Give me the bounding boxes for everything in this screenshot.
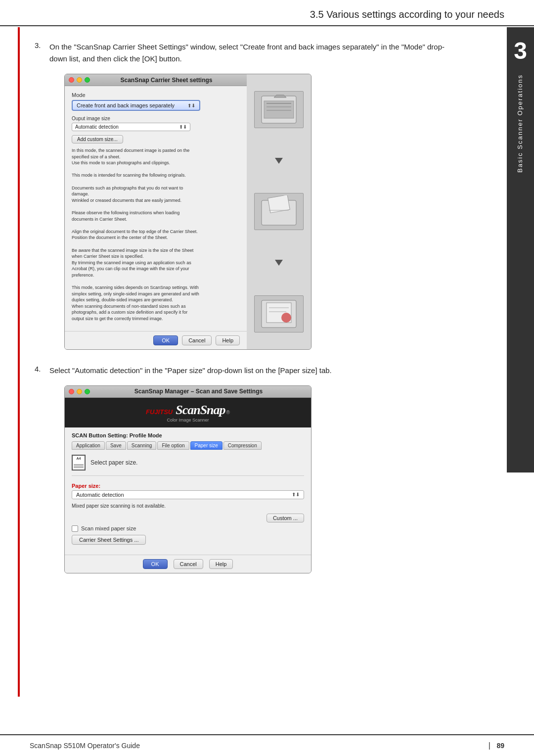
traffic-lights bbox=[69, 77, 90, 83]
step-4-text: Select "Automatic detection" in the "Pap… bbox=[49, 365, 450, 377]
scanner-svg-3 bbox=[259, 298, 299, 330]
step-3-number: 3. bbox=[35, 41, 49, 350]
dialog1-main: ScanSnap Carrier Sheet settings Mode Cre… bbox=[65, 74, 247, 349]
profile-mode-label: SCAN Button Setting: Profile Mode bbox=[72, 432, 304, 438]
dialog1-titlebar: ScanSnap Carrier Sheet settings bbox=[65, 74, 247, 86]
dialog2-body: SCAN Button Setting: Profile Mode Applic… bbox=[65, 427, 311, 555]
scansnap-logo-area: FUJITSU ScanSnap ® Color Image Scanner bbox=[65, 398, 311, 427]
paper-size-dropdown-arrow-icon: ⬆⬇ bbox=[292, 492, 300, 497]
dialog2-help-button[interactable]: Help bbox=[209, 559, 233, 569]
a4-line-2 bbox=[74, 466, 84, 467]
scanner-illustration-3 bbox=[254, 295, 304, 332]
maximize-button-icon[interactable] bbox=[85, 77, 90, 83]
checkbox-label: Scan mixed paper size bbox=[81, 525, 136, 531]
dialog1-ok-button[interactable]: OK bbox=[153, 335, 178, 345]
svg-point-11 bbox=[281, 313, 291, 323]
paper-size-dropdown[interactable]: Automatic detection ⬆⬇ bbox=[72, 490, 304, 499]
output-dropdown-arrow-icon: ⬆⬇ bbox=[179, 124, 187, 130]
dialog1-images-panel bbox=[247, 74, 311, 349]
dialog2-buttons: OK Cancel Help bbox=[65, 555, 311, 573]
dialog-scansnap-manager: ScanSnap Manager – Scan and Save Setting… bbox=[64, 385, 312, 573]
mode-dropdown-value: Create front and back images separately bbox=[77, 102, 175, 108]
dialog1-help-button[interactable]: Help bbox=[216, 335, 240, 345]
mode-dropdown[interactable]: Create front and back images separately … bbox=[72, 100, 200, 111]
step-3-text: On the "ScanSnap Carrier Sheet Settings"… bbox=[49, 41, 450, 65]
page-footer: ScanSnap S510M Operator's Guide | 89 bbox=[0, 734, 534, 756]
output-image-dropdown[interactable]: Automatic detection ⬆⬇ bbox=[72, 123, 190, 131]
paper-size-dropdown-value: Automatic detection bbox=[76, 492, 124, 498]
logo-container: FUJITSU ScanSnap ® Color Image Scanner bbox=[146, 403, 230, 423]
trademark-icon: ® bbox=[226, 410, 230, 415]
chapter-sidebar: 3 Basic Scanner Operations bbox=[507, 27, 534, 472]
divider bbox=[72, 475, 304, 476]
dialog1-title: ScanSnap Carrier Sheet settings bbox=[90, 77, 243, 84]
tab-file-option[interactable]: File option bbox=[157, 441, 189, 450]
scanner-illustration-1 bbox=[254, 91, 304, 128]
minimize-button-icon[interactable] bbox=[77, 77, 82, 83]
tab-application[interactable]: Application bbox=[72, 441, 105, 450]
arrow-down-icon-2 bbox=[275, 260, 283, 266]
logo-text-row: FUJITSU ScanSnap ® bbox=[146, 403, 230, 418]
a4-line-1 bbox=[74, 464, 84, 465]
select-paper-text: Select paper size. bbox=[90, 459, 137, 466]
dialog1-buttons: OK Cancel Help bbox=[65, 331, 247, 349]
a4-line-3 bbox=[74, 467, 84, 468]
checkbox-row: Scan mixed paper size bbox=[72, 525, 304, 532]
close-button-2-icon[interactable] bbox=[69, 389, 74, 394]
tab-paper-size[interactable]: Paper size bbox=[190, 441, 222, 450]
a4-paper-icon: A4 bbox=[72, 455, 86, 471]
chapter-label: Basic Scanner Operations bbox=[516, 74, 525, 173]
step-3-content: On the "ScanSnap Carrier Sheet Settings"… bbox=[49, 41, 450, 350]
custom-button[interactable]: Custom ... bbox=[267, 514, 304, 522]
tab-save[interactable]: Save bbox=[106, 441, 126, 450]
traffic-lights-2 bbox=[69, 389, 90, 394]
carrier-sheet-settings-button[interactable]: Carrier Sheet Settings ... bbox=[72, 535, 146, 545]
arrow-down-icon bbox=[275, 158, 283, 164]
add-custom-size-button[interactable]: Add custom size... bbox=[72, 135, 123, 143]
scanner-svg-1 bbox=[259, 94, 299, 126]
dialog1-description: In this mode, the scanned document image… bbox=[72, 147, 200, 322]
a4-lines bbox=[74, 464, 84, 469]
minimize-button-2-icon[interactable] bbox=[77, 389, 82, 394]
scanner-svg-2 bbox=[259, 195, 299, 228]
close-button-icon[interactable] bbox=[69, 77, 74, 83]
dialog-carrier-sheet: ScanSnap Carrier Sheet settings Mode Cre… bbox=[64, 74, 312, 350]
mode-label: Mode bbox=[72, 92, 240, 98]
dialog1-cancel-button[interactable]: Cancel bbox=[182, 335, 212, 345]
a4-label: A4 bbox=[77, 457, 81, 460]
logo-subtitle: Color Image Scanner bbox=[167, 418, 209, 423]
output-image-value: Automatic detection bbox=[75, 124, 119, 130]
scan-mixed-checkbox[interactable] bbox=[72, 525, 78, 532]
dialog2-title: ScanSnap Manager – Scan and Save Setting… bbox=[90, 388, 307, 395]
paper-icon-row: A4 Select paper size. bbox=[72, 455, 304, 471]
dialog2-titlebar: ScanSnap Manager – Scan and Save Setting… bbox=[65, 386, 311, 398]
footer-page-area: | 89 bbox=[485, 741, 504, 750]
carrier-btn-row: Carrier Sheet Settings ... bbox=[72, 535, 304, 545]
scansnap-brand-text: ScanSnap bbox=[176, 403, 225, 418]
red-accent-bar bbox=[18, 27, 20, 697]
tab-compression[interactable]: Compression bbox=[223, 441, 262, 450]
chapter-number: 3 bbox=[514, 37, 527, 64]
tabs-row: Application Save Scanning File option Pa… bbox=[72, 441, 304, 450]
tab-scanning[interactable]: Scanning bbox=[127, 441, 157, 450]
step-4-number: 4. bbox=[35, 365, 49, 573]
step-4-container: 4. Select "Automatic detection" in the "… bbox=[35, 365, 450, 573]
add-custom-row: Add custom size... bbox=[72, 134, 240, 143]
section-title: 3.5 Various settings according to your n… bbox=[30, 9, 504, 20]
mixed-scan-note: Mixed paper size scanning is not availab… bbox=[72, 503, 304, 509]
footer-separator: | bbox=[489, 741, 490, 750]
dialog2-cancel-button[interactable]: Cancel bbox=[174, 559, 203, 569]
svg-marker-5 bbox=[274, 95, 286, 97]
output-image-label: Ouput image size bbox=[72, 116, 240, 121]
scanner-illustration-2 bbox=[254, 193, 304, 230]
custom-btn-row: Custom ... bbox=[72, 514, 304, 522]
maximize-button-2-icon[interactable] bbox=[85, 389, 90, 394]
dialog1-body: Mode Create front and back images separa… bbox=[65, 86, 247, 331]
main-content: 3. On the "ScanSnap Carrier Sheet Settin… bbox=[0, 26, 480, 603]
fujitsu-brand-text: FUJITSU bbox=[146, 408, 173, 416]
page-header: 3.5 Various settings according to your n… bbox=[0, 0, 534, 26]
dialog2-ok-button[interactable]: OK bbox=[143, 559, 168, 569]
footer-page-number: 89 bbox=[496, 742, 504, 750]
footer-title: ScanSnap S510M Operator's Guide bbox=[30, 742, 140, 750]
mode-dropdown-arrow-icon: ⬆⬇ bbox=[187, 103, 195, 108]
